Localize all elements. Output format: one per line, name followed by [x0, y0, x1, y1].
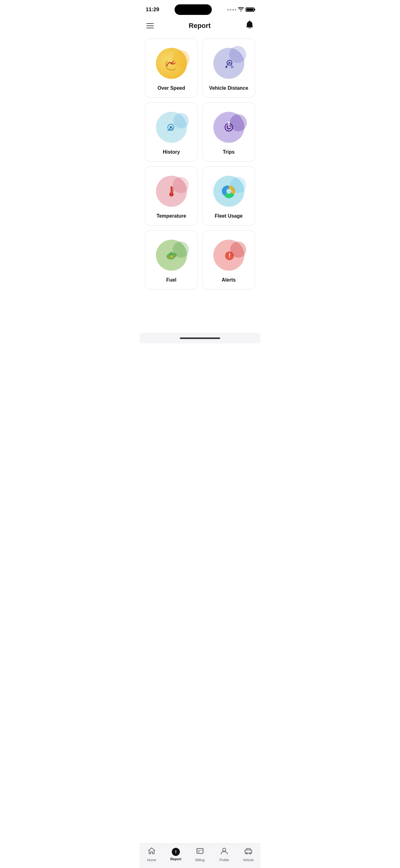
home-bar: [180, 337, 220, 339]
over-speed-label: Over Speed: [158, 85, 185, 91]
hamburger-line: [146, 28, 154, 28]
fleet-usage-icon-wrap: [212, 174, 246, 208]
history-label: History: [163, 149, 180, 155]
vehicle-distance-icon-wrap: [212, 46, 246, 81]
card-trips[interactable]: Trips: [202, 102, 255, 161]
svg-line-2: [171, 61, 174, 63]
scroll-area: Over Speed Vehicle Distance: [139, 36, 261, 333]
over-speed-icon-wrap: [155, 46, 189, 81]
card-vehicle-distance[interactable]: Vehicle Distance: [202, 38, 255, 97]
status-icons: [227, 7, 254, 12]
temperature-icon-wrap: [155, 174, 189, 208]
trips-icon: [213, 112, 244, 143]
temperature-label: Temperature: [157, 213, 186, 219]
hamburger-line: [146, 23, 154, 24]
temperature-icon: [156, 176, 187, 207]
menu-button[interactable]: [146, 23, 154, 28]
card-temperature[interactable]: Temperature: [145, 166, 198, 225]
svg-rect-18: [171, 188, 172, 194]
alerts-icon-wrap: !: [212, 238, 246, 272]
page-title: Report: [189, 22, 211, 30]
card-fleet-usage[interactable]: Fleet Usage: [202, 166, 255, 225]
svg-point-5: [226, 66, 227, 68]
history-icon: [156, 112, 187, 143]
card-fuel[interactable]: Fuel: [145, 230, 198, 289]
trips-label: Trips: [223, 149, 234, 155]
fuel-label: Fuel: [166, 277, 176, 283]
status-time: 11:29: [146, 6, 159, 13]
alerts-label: Alerts: [222, 277, 236, 283]
dynamic-island: [174, 4, 212, 15]
wifi-icon: [238, 7, 244, 12]
fleet-usage-icon: [213, 176, 244, 207]
fuel-icon: [156, 240, 187, 271]
signal-icon: [227, 9, 236, 10]
header: Report: [139, 18, 261, 36]
svg-point-26: [170, 255, 173, 258]
svg-point-24: [226, 189, 231, 194]
card-over-speed[interactable]: Over Speed: [145, 38, 198, 97]
alerts-icon: !: [213, 240, 244, 271]
over-speed-icon: [156, 48, 187, 79]
svg-text:!: !: [228, 252, 230, 259]
vehicle-distance-icon: [213, 48, 244, 79]
status-bar: 11:29: [139, 0, 261, 18]
notification-bell-icon[interactable]: [245, 21, 254, 31]
card-history[interactable]: History: [145, 102, 198, 161]
fuel-icon-wrap: [155, 238, 189, 272]
svg-point-14: [228, 122, 230, 124]
trips-icon-wrap: [212, 110, 246, 144]
hamburger-line: [146, 26, 154, 26]
svg-point-13: [228, 127, 229, 128]
history-icon-wrap: [155, 110, 189, 144]
card-alerts[interactable]: ! Alerts: [202, 230, 255, 289]
home-indicator: [139, 333, 261, 343]
report-grid: Over Speed Vehicle Distance: [139, 36, 261, 296]
vehicle-distance-label: Vehicle Distance: [209, 85, 248, 91]
battery-icon: [245, 7, 254, 12]
svg-point-6: [231, 66, 233, 68]
fleet-usage-label: Fleet Usage: [215, 213, 243, 219]
